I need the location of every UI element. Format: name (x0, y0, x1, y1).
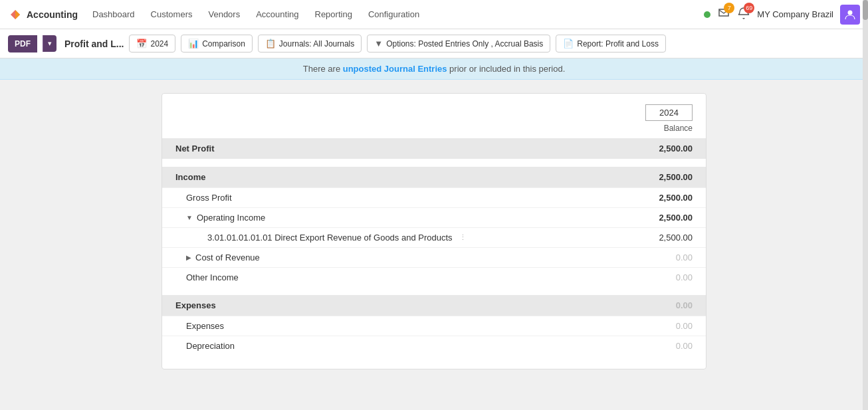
avatar[interactable] (840, 5, 860, 25)
info-icon[interactable]: ⋮ (459, 233, 467, 242)
scrollbar[interactable] (863, 0, 868, 410)
income-section-header: Income 2,500.00 (162, 167, 706, 187)
report-card: 2024 Balance Net Profit 2,500.00 Income … (162, 93, 706, 369)
info-banner: There are unposted Journal Entries prior… (0, 58, 868, 80)
spacer-2 (162, 287, 706, 295)
nav-vendors[interactable]: Vendors (201, 5, 247, 23)
expand-icon[interactable]: ▶ (186, 254, 191, 261)
notifications-icon[interactable]: 69 (737, 7, 750, 22)
pdf-dropdown-button[interactable]: ▾ (43, 35, 56, 52)
status-indicator (704, 11, 710, 18)
gross-profit-row: Gross Profit 2,500.00 (162, 187, 706, 207)
company-name: MY Company Brazil (757, 9, 833, 19)
filter-icon: ▼ (374, 39, 383, 49)
depreciation-row: Depreciation 0.00 (162, 336, 706, 356)
expenses-row: Expenses 0.00 (162, 316, 706, 336)
svg-point-0 (848, 10, 853, 15)
messages-icon[interactable]: 7 (717, 7, 730, 22)
report-button[interactable]: 📄 Report: Profit and Loss (556, 35, 666, 52)
app-name: Accounting (27, 9, 78, 20)
toolbar: PDF ▾ Profit and L... 📅 2024 📊 Compariso… (0, 29, 868, 58)
app-logo-icon (8, 7, 23, 22)
other-income-row: Other Income 0.00 (162, 267, 706, 287)
report-icon: 📄 (563, 39, 574, 49)
messages-badge: 7 (724, 3, 734, 13)
net-profit-row: Net Profit 2,500.00 (162, 138, 706, 159)
comparison-button[interactable]: 📊 Comparison (181, 35, 253, 52)
collapse-icon[interactable]: ▼ (186, 214, 193, 221)
pdf-button[interactable]: PDF (8, 35, 37, 52)
logo[interactable]: Accounting (8, 7, 78, 22)
journals-button[interactable]: 📋 Journals: All Journals (258, 35, 362, 52)
unposted-entries-link[interactable]: unposted Journal Entries (343, 64, 447, 74)
nav-reporting[interactable]: Reporting (308, 5, 359, 23)
chart-icon: 📊 (188, 39, 199, 49)
topnav: Accounting Dashboard Customers Vendors A… (0, 0, 868, 29)
spacer (162, 159, 706, 167)
nav-customers[interactable]: Customers (144, 5, 199, 23)
bottom-spacer (162, 356, 706, 369)
main-content: 2024 Balance Net Profit 2,500.00 Income … (0, 80, 868, 402)
journal-icon: 📋 (265, 39, 276, 49)
year-filter-button[interactable]: 📅 2024 (129, 35, 175, 52)
year-badge: 2024 (645, 104, 693, 121)
notifications-badge: 69 (744, 3, 754, 13)
options-button[interactable]: ▼ Options: Posted Entries Only , Accrual… (367, 35, 550, 52)
topnav-right: 7 69 MY Company Brazil (704, 5, 860, 25)
scrollbar-thumb[interactable] (863, 0, 868, 20)
calendar-icon: 📅 (136, 39, 147, 49)
page-title: Profit and L... (64, 39, 124, 49)
operating-income-row[interactable]: ▼ Operating Income 2,500.00 (162, 207, 706, 227)
nav-accounting[interactable]: Accounting (249, 5, 305, 23)
account-row: 3.01.01.01.01.01 Direct Export Revenue o… (162, 227, 706, 247)
cost-of-revenue-row[interactable]: ▶ Cost of Revenue 0.00 (162, 247, 706, 267)
expenses-section-header: Expenses 0.00 (162, 295, 706, 316)
balance-column-label: Balance (162, 121, 706, 138)
nav-dashboard[interactable]: Dashboard (86, 5, 142, 23)
report-year-header: 2024 (162, 94, 706, 121)
nav-configuration[interactable]: Configuration (362, 5, 426, 23)
